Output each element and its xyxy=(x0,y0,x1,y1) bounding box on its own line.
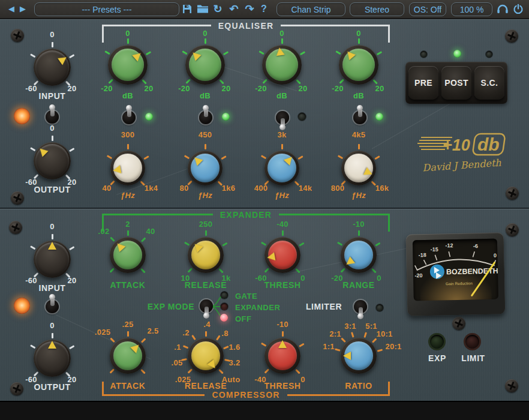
expander-led xyxy=(221,303,228,310)
pre-button[interactable]: PRE xyxy=(408,66,438,100)
preset-next-button[interactable]: ▶ xyxy=(20,4,26,13)
exp-mode-switch[interactable] xyxy=(199,298,214,314)
eq-band3-freq-knob[interactable]: 3k 400 14k ƒHz xyxy=(264,151,299,185)
screw xyxy=(10,382,23,395)
pre-led xyxy=(420,51,427,58)
toolbar: ◀ ▶ --- Presets --- ↻ ↶ ↷ ? Chan Strip S… xyxy=(0,0,529,19)
input-label: INPUT xyxy=(39,283,66,293)
exp-indicator-label: EXP xyxy=(428,353,446,363)
eq-input-knob[interactable]: 0 -60 20 INPUT xyxy=(34,49,71,86)
headphone-icon[interactable] xyxy=(497,4,509,14)
help-button[interactable]: ? xyxy=(261,4,267,14)
limiter-label: LIMITER xyxy=(306,302,342,311)
eq-band1-led xyxy=(145,113,153,121)
svg-text:-12: -12 xyxy=(445,242,453,248)
eq-band4-freq-knob[interactable]: 4k5 800 16k ƒHz xyxy=(341,151,376,185)
eq-band2-led xyxy=(222,113,230,121)
sc-button[interactable]: S.C. xyxy=(474,66,504,100)
plugin-window: ◀ ▶ --- Presets --- ↻ ↶ ↷ ? Chan Strip S… xyxy=(0,0,529,420)
limiter-led xyxy=(376,304,383,311)
comp-release-knob[interactable]: .2 .4 .8 .1 1.6 .05 3.2 .025 Auto RELEAS… xyxy=(188,338,224,374)
limit-indicator-label: LIMIT xyxy=(461,353,485,363)
eq-band4-led xyxy=(375,113,383,121)
oversample-button[interactable]: OS: Off xyxy=(409,2,446,16)
screw xyxy=(506,187,519,200)
meter-scale: -20 -18 -15 -12 -6 0 BOZBENDETH Gain Red… xyxy=(413,239,498,301)
release-label: RELEASE xyxy=(185,280,227,290)
attack-label: ATTACK xyxy=(110,280,145,290)
limit-indicator-led xyxy=(465,335,479,349)
undo-icon[interactable]: ↶ xyxy=(229,2,238,16)
dyn-io-switch[interactable] xyxy=(44,299,60,314)
zoom-selector[interactable]: 100 % xyxy=(451,2,492,16)
screw xyxy=(452,317,465,330)
dyn-input-knob[interactable]: 0 -60 20 INPUT xyxy=(34,241,71,278)
expander-mode-label: EXPANDER xyxy=(235,303,280,312)
comp-thresh-knob[interactable]: -10 -40 0 THRESH xyxy=(264,338,300,374)
gain-unit-label: dB xyxy=(122,91,133,100)
svg-text:-20: -20 xyxy=(414,272,422,278)
preset-selector[interactable]: --- Presets --- xyxy=(34,2,179,16)
power-icon[interactable] xyxy=(513,4,524,14)
eq-io-switch[interactable] xyxy=(44,109,60,125)
gain-reduction-meter: -20 -18 -15 -12 -6 0 BOZBENDETH Gain Red… xyxy=(406,232,506,316)
svg-text:-6: -6 xyxy=(473,243,478,249)
oversample-label: OS: Off xyxy=(414,5,441,14)
svg-text:-15: -15 xyxy=(431,247,438,253)
attack-label: ATTACK xyxy=(110,381,145,391)
eq-band1-gain-knob[interactable]: 0 -20 20 dB xyxy=(108,45,148,85)
post-button[interactable]: POST xyxy=(441,66,471,100)
meter-face: -20 -18 -15 -12 -6 0 BOZBENDETH Gain Red… xyxy=(413,239,498,301)
eq-band3-enable-switch[interactable] xyxy=(275,110,290,125)
zoom-label: 100 % xyxy=(460,5,484,14)
thresh-label: THRESH xyxy=(264,381,300,391)
comp-ratio-knob[interactable]: 1:1 2:1 3:1 5:1 10:1 20:1 RATIO xyxy=(341,338,377,374)
expander-thresh-knob[interactable]: -40 -60 0 THRESH xyxy=(264,237,300,273)
module-selector[interactable]: Chan Strip xyxy=(276,2,345,16)
eq-input-led xyxy=(14,108,30,124)
svg-text:0: 0 xyxy=(494,253,497,259)
eq-output-knob[interactable]: 0 -60 20 OUTPUT xyxy=(34,142,71,179)
expander-range-knob[interactable]: -10 -20 0 RANGE xyxy=(341,237,377,273)
eq-band2-gain-knob[interactable]: 0 -20 20 dB xyxy=(185,45,225,85)
eq-band3-gain-knob[interactable]: 0 -20 20 dB xyxy=(262,45,302,85)
gain-max2-label: 20 xyxy=(144,84,153,93)
exp-mode-label: EXP MODE xyxy=(148,302,194,311)
eq-band1-enable-switch[interactable] xyxy=(121,110,137,125)
folder-icon[interactable] xyxy=(197,5,208,14)
eq-band2-freq-knob[interactable]: 450 80 1k6 ƒHz xyxy=(188,151,223,185)
thresh-label: THRESH xyxy=(264,280,300,290)
eq-band2-enable-switch[interactable] xyxy=(198,110,214,125)
save-icon[interactable] xyxy=(182,4,192,14)
freq-value-label: 300 xyxy=(121,130,135,139)
plus10db-logo: +10 db xyxy=(417,132,507,158)
channel-mode-selector[interactable]: Stereo xyxy=(350,2,404,16)
redo-icon[interactable]: ↷ xyxy=(245,2,254,16)
expander-attack-knob[interactable]: .02 2 40 ATTACK xyxy=(110,237,146,273)
limiter-switch[interactable] xyxy=(353,299,368,314)
meter-caption: Gain Reduction xyxy=(446,281,473,286)
svg-text:-18: -18 xyxy=(419,252,426,258)
screw xyxy=(11,29,24,42)
dyn-output-knob[interactable]: 0 -60 20 OUTPUT xyxy=(34,340,71,377)
routing-button-tray: PRE POST S.C. xyxy=(405,62,507,104)
screw xyxy=(11,191,24,205)
range-label: RANGE xyxy=(342,280,375,290)
preset-selector-label: --- Presets --- xyxy=(82,5,131,14)
output-label: OUTPUT xyxy=(34,185,70,194)
refresh-icon[interactable]: ↻ xyxy=(213,2,222,16)
expander-release-knob[interactable]: 250 10 1k RELEASE xyxy=(188,237,224,273)
screw xyxy=(505,379,518,392)
comp-attack-knob[interactable]: .025 .25 2.5 ATTACK xyxy=(110,338,146,374)
eq-band3-led xyxy=(298,113,306,121)
eq-band4-enable-switch[interactable] xyxy=(352,110,368,125)
exp-off-led xyxy=(220,314,228,322)
ratio-label: RATIO xyxy=(345,381,372,391)
release-label: RELEASE xyxy=(185,381,227,391)
eq-band4-gain-knob[interactable]: 0 -20 20 dB xyxy=(339,45,378,85)
preset-prev-button[interactable]: ◀ xyxy=(8,4,14,13)
gain-min-label: -20 xyxy=(101,84,113,93)
eq-band1-freq-knob[interactable]: 300 40 1k4 ƒHz xyxy=(110,151,145,185)
sc-led xyxy=(486,51,492,58)
input-label: INPUT xyxy=(39,91,66,101)
